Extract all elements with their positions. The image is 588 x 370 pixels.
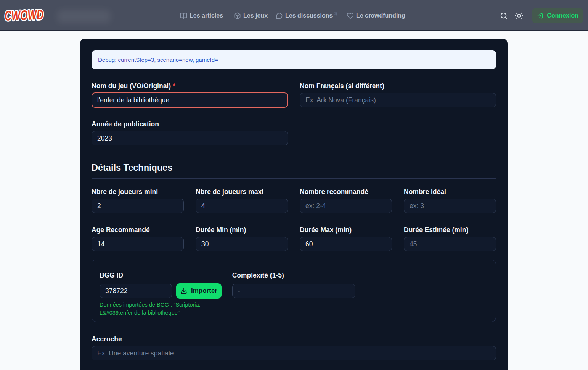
svg-text:CWOWD: CWOWD <box>4 6 43 24</box>
